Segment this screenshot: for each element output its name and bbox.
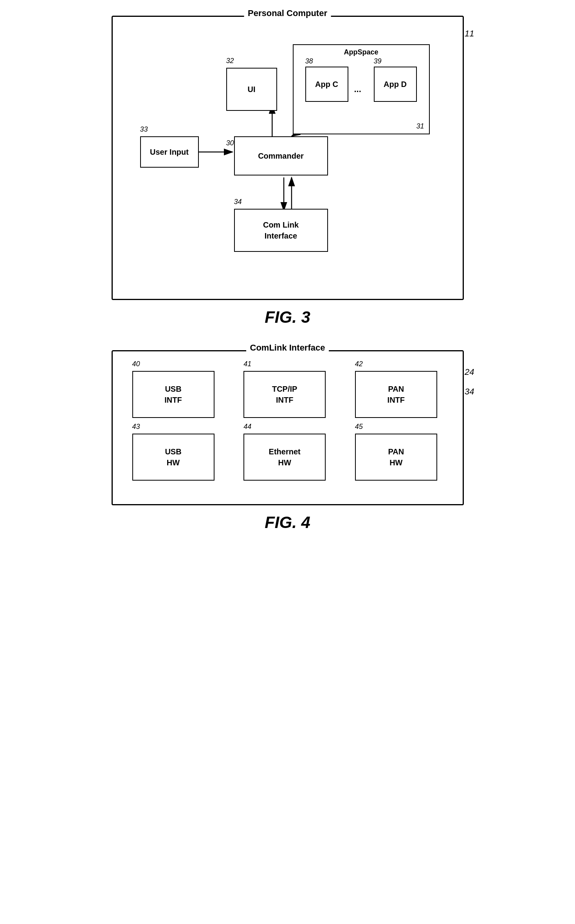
app-c-box: App C <box>305 67 348 102</box>
fig3-ref-11: 11 <box>465 29 474 39</box>
com-link-box: Com Link Interface <box>234 209 328 252</box>
fig4-box-3: USB HW <box>132 434 214 481</box>
fig3-outer-box: Personal Computer 11 <box>112 16 464 300</box>
ref-30: 30 <box>226 139 234 147</box>
ref-38: 38 <box>305 57 313 65</box>
fig4-caption: FIG. 4 <box>112 513 464 532</box>
ui-box: UI <box>226 68 277 111</box>
ref-31: 31 <box>416 122 424 130</box>
fig4-box-2: PAN INTF <box>355 371 437 418</box>
fig4-box-4: Ethernet HW <box>243 434 326 481</box>
fig4-outer-title: ComLink Interface <box>246 343 329 353</box>
fig4-ref-40: 40 <box>132 360 140 368</box>
ref-39: 39 <box>374 57 382 65</box>
fig4-box-0: USB INTF <box>132 371 214 418</box>
appspace-label: AppSpace <box>344 48 378 56</box>
ref-32: 32 <box>226 57 234 65</box>
appspace-box: AppSpace 31 38 App C ... 39 App D <box>293 44 430 134</box>
fig4-cell-0: 40USB INTF <box>132 371 220 418</box>
fig4-ref-45: 45 <box>355 423 363 431</box>
fig4-ref-24: 24 <box>465 367 474 377</box>
fig4-ref-34: 34 <box>465 387 474 397</box>
fig4-box-1: TCP/IP INTF <box>243 371 326 418</box>
user-input-box: User Input <box>140 136 199 168</box>
ref-33: 33 <box>140 125 148 134</box>
commander-box: Commander <box>234 136 328 175</box>
fig4-cell-3: 43USB HW <box>132 434 220 481</box>
fig4-ref-43: 43 <box>132 423 140 431</box>
fig4-cell-4: 44Ethernet HW <box>243 434 332 481</box>
fig3-container: Personal Computer 11 <box>112 16 464 327</box>
fig4-outer-box: ComLink Interface 24 34 40USB INTF41TCP/… <box>112 350 464 505</box>
fig4-box-5: PAN HW <box>355 434 437 481</box>
fig4-ref-44: 44 <box>243 423 251 431</box>
app-d-box: App D <box>374 67 417 102</box>
fig4-cell-1: 41TCP/IP INTF <box>243 371 332 418</box>
fig3-caption: FIG. 3 <box>112 308 464 327</box>
ref-34-fig3: 34 <box>234 198 242 206</box>
fig4-ref-41: 41 <box>243 360 251 368</box>
fig4-grid: 40USB INTF41TCP/IP INTF42PAN INTF43USB H… <box>132 371 443 481</box>
fig3-outer-title: Personal Computer <box>244 8 331 18</box>
fig4-container: ComLink Interface 24 34 40USB INTF41TCP/… <box>112 350 464 532</box>
fig4-cell-2: 42PAN INTF <box>355 371 443 418</box>
fig4-cell-5: 45PAN HW <box>355 434 443 481</box>
fig4-ref-42: 42 <box>355 360 363 368</box>
fig3-diagram: AppSpace 31 38 App C ... 39 App D <box>128 33 447 275</box>
